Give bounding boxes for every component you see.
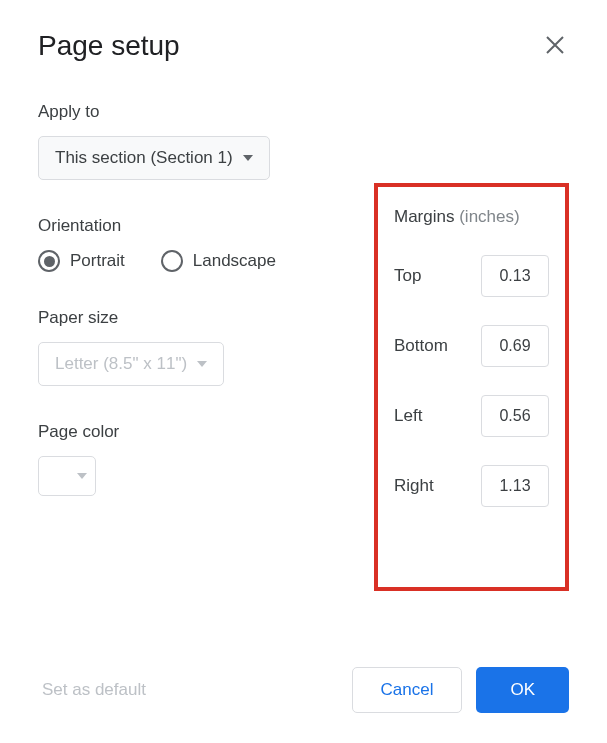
footer-buttons: Cancel OK	[352, 667, 569, 713]
apply-to-value: This section (Section 1)	[55, 148, 233, 168]
margins-highlight-box: Margins (inches) Top Bottom Left Right	[374, 183, 569, 591]
paper-size-label: Paper size	[38, 308, 344, 328]
margins-unit: (inches)	[459, 207, 519, 226]
orientation-landscape-radio[interactable]: Landscape	[161, 250, 276, 272]
margin-bottom-label: Bottom	[394, 336, 448, 356]
orientation-portrait-radio[interactable]: Portrait	[38, 250, 125, 272]
right-column: Margins (inches) Top Bottom Left Right	[374, 197, 569, 647]
margin-left-row: Left	[394, 395, 549, 437]
portrait-label: Portrait	[70, 251, 125, 271]
close-icon	[546, 32, 564, 60]
page-color-label: Page color	[38, 422, 344, 442]
dialog-header: Page setup	[38, 30, 569, 62]
left-column: Apply to This section (Section 1) Orient…	[38, 102, 344, 647]
dialog-title: Page setup	[38, 30, 180, 62]
margin-bottom-input[interactable]	[481, 325, 549, 367]
paper-size-value: Letter (8.5" x 11")	[55, 354, 187, 374]
margin-left-input[interactable]	[481, 395, 549, 437]
apply-to-dropdown[interactable]: This section (Section 1)	[38, 136, 270, 180]
set-as-default-button[interactable]: Set as default	[38, 672, 150, 708]
margin-bottom-row: Bottom	[394, 325, 549, 367]
margin-top-label: Top	[394, 266, 421, 286]
margin-right-label: Right	[394, 476, 434, 496]
margin-right-input[interactable]	[481, 465, 549, 507]
chevron-down-icon	[77, 473, 87, 479]
orientation-radio-group: Portrait Landscape	[38, 250, 344, 272]
margin-top-row: Top	[394, 255, 549, 297]
paper-size-dropdown[interactable]: Letter (8.5" x 11")	[38, 342, 224, 386]
dialog-footer: Set as default Cancel OK	[38, 667, 569, 713]
margin-top-input[interactable]	[481, 255, 549, 297]
chevron-down-icon	[243, 155, 253, 161]
close-button[interactable]	[541, 32, 569, 60]
radio-checked-icon	[38, 250, 60, 272]
margin-left-label: Left	[394, 406, 422, 426]
orientation-label: Orientation	[38, 216, 344, 236]
page-color-dropdown[interactable]	[38, 456, 96, 496]
chevron-down-icon	[197, 361, 207, 367]
margins-label: Margins	[394, 207, 454, 226]
margins-header: Margins (inches)	[394, 207, 549, 227]
apply-to-label: Apply to	[38, 102, 344, 122]
page-setup-dialog: Page setup Apply to This section (Sectio…	[0, 0, 607, 743]
margin-right-row: Right	[394, 465, 549, 507]
cancel-button[interactable]: Cancel	[352, 667, 463, 713]
ok-button[interactable]: OK	[476, 667, 569, 713]
radio-unchecked-icon	[161, 250, 183, 272]
landscape-label: Landscape	[193, 251, 276, 271]
dialog-content: Apply to This section (Section 1) Orient…	[38, 102, 569, 647]
